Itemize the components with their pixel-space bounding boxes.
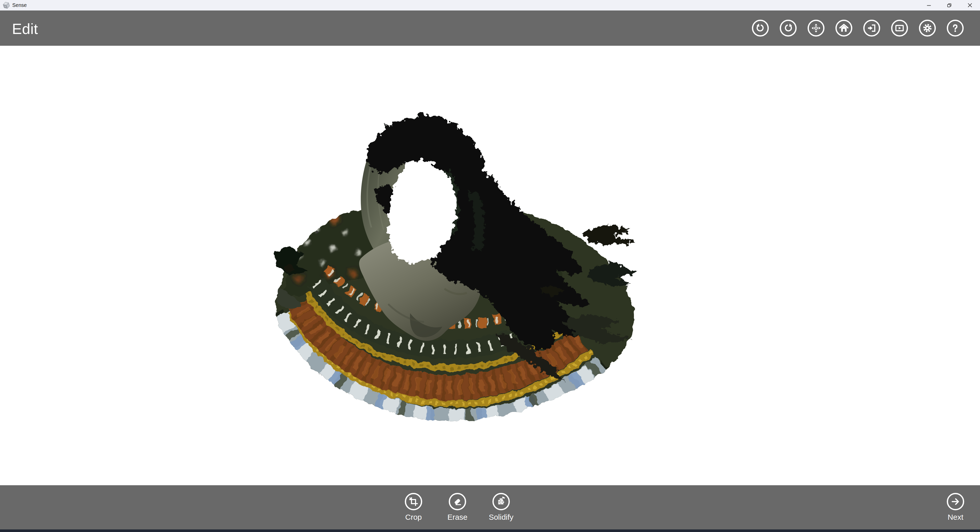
minimize-button[interactable] (919, 0, 939, 11)
redo-button[interactable] (780, 20, 797, 37)
export-button[interactable] (863, 20, 880, 37)
app-title: Sense (12, 2, 27, 8)
next-arrow-icon (947, 493, 964, 510)
home-view-button[interactable] (835, 20, 852, 37)
bottom-edge-strip (0, 529, 980, 532)
next-button[interactable]: Next (935, 493, 976, 521)
restore-button[interactable] (939, 0, 959, 11)
header-bar: Edit (0, 11, 980, 46)
header-icon-row (752, 20, 964, 37)
crop-tool-button[interactable]: Crop (393, 493, 434, 521)
footer-toolbar: Crop Erase (0, 485, 980, 529)
titlebar: Sense (0, 0, 980, 11)
bricks-icon (492, 493, 510, 510)
redo-icon (783, 23, 793, 33)
solidify-tool-button[interactable]: Solidify (480, 493, 522, 521)
erase-tool-label: Erase (437, 513, 478, 521)
3d-viewport[interactable] (0, 46, 980, 485)
scan-mesh-object[interactable] (268, 110, 651, 429)
video-play-icon (894, 23, 905, 33)
home-icon (839, 23, 849, 33)
minimize-icon (926, 2, 932, 8)
erase-tool-button[interactable]: Erase (437, 493, 478, 521)
sense-cube-logo-icon (2, 1, 11, 10)
move-pan-icon (811, 23, 821, 33)
restore-down-icon (946, 2, 952, 8)
solidify-tool-label: Solidify (480, 513, 522, 521)
move-view-button[interactable] (808, 20, 824, 37)
eraser-icon (449, 493, 466, 510)
page-title: Edit (12, 20, 38, 37)
video-tutorials-button[interactable] (891, 20, 908, 37)
gear-icon (922, 23, 932, 33)
question-mark-icon (950, 23, 960, 33)
window-controls (919, 0, 980, 11)
crop-tool-label: Crop (393, 513, 434, 521)
undo-button[interactable] (752, 20, 769, 37)
next-button-label: Next (935, 513, 976, 521)
undo-icon (756, 23, 765, 33)
help-button[interactable] (947, 20, 964, 37)
close-icon (967, 2, 973, 8)
crop-icon (405, 493, 422, 510)
settings-button[interactable] (919, 20, 936, 37)
export-icon (867, 23, 877, 33)
close-button[interactable] (959, 0, 980, 11)
